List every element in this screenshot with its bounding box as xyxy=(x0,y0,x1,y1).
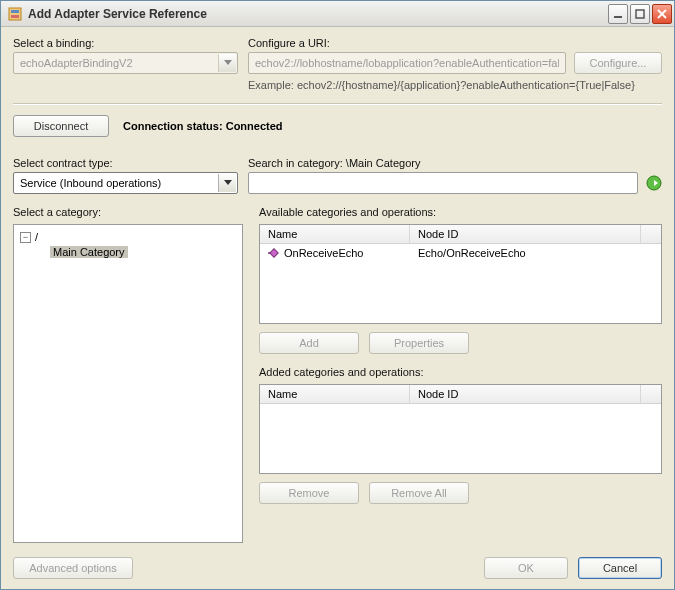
chevron-down-icon xyxy=(218,174,236,192)
disconnect-button[interactable]: Disconnect xyxy=(13,115,109,137)
available-buttons: Add Properties xyxy=(259,332,662,354)
search-label: Search in category: \Main Category xyxy=(248,157,662,169)
advanced-button[interactable]: Advanced options xyxy=(13,557,133,579)
mid-grid: Select a category: − / Main Category Ava… xyxy=(13,206,662,543)
contract-value: Service (Inbound operations) xyxy=(20,177,161,189)
remove-button[interactable]: Remove xyxy=(259,482,359,504)
available-label: Available categories and operations: xyxy=(259,206,662,218)
connection-row: Disconnect Connection status: Connected xyxy=(13,115,662,137)
operation-icon xyxy=(268,247,280,259)
connection-status: Connection status: Connected xyxy=(123,120,283,132)
tree-root-label: / xyxy=(35,231,38,243)
svg-rect-0 xyxy=(9,8,21,20)
window-buttons xyxy=(608,4,672,24)
cancel-button[interactable]: Cancel xyxy=(578,557,662,579)
titlebar: Add Adapter Service Reference xyxy=(1,1,674,27)
remove-all-button[interactable]: Remove All xyxy=(369,482,469,504)
configure-button[interactable]: Configure... xyxy=(574,52,662,74)
binding-combo[interactable]: echoAdapterBindingV2 xyxy=(13,52,238,74)
svg-rect-3 xyxy=(614,16,622,18)
added-label: Added categories and operations: xyxy=(259,366,662,378)
minimize-button[interactable] xyxy=(608,4,628,24)
connection-status-value: Connected xyxy=(226,120,283,132)
col-name[interactable]: Name xyxy=(260,225,410,243)
row-name: OnReceiveEcho xyxy=(284,247,364,259)
window: Add Adapter Service Reference Select a b… xyxy=(0,0,675,590)
row-nodeid: Echo/OnReceiveEcho xyxy=(410,244,661,262)
uri-example: Example: echov2://{hostname}/{applicatio… xyxy=(248,79,662,91)
bottom-row: Advanced options OK Cancel xyxy=(13,557,662,579)
maximize-button[interactable] xyxy=(630,4,650,24)
window-title: Add Adapter Service Reference xyxy=(28,7,608,21)
tree-selected-label: Main Category xyxy=(50,246,128,258)
operations-section: Available categories and operations: Nam… xyxy=(259,206,662,543)
ok-button[interactable]: OK xyxy=(484,557,568,579)
col-spacer xyxy=(641,225,661,243)
tree-toggle-icon[interactable]: − xyxy=(20,232,31,243)
binding-section: Select a binding: echoAdapterBindingV2 xyxy=(13,37,238,91)
divider xyxy=(13,103,662,105)
col-spacer xyxy=(641,385,661,403)
search-input[interactable] xyxy=(248,172,638,194)
tree-child[interactable]: Main Category xyxy=(50,246,236,258)
uri-label: Configure a URI: xyxy=(248,37,662,49)
category-section: Select a category: − / Main Category xyxy=(13,206,243,543)
svg-rect-2 xyxy=(11,15,19,18)
binding-label: Select a binding: xyxy=(13,37,238,49)
add-button[interactable]: Add xyxy=(259,332,359,354)
client-area: Select a binding: echoAdapterBindingV2 C… xyxy=(1,27,674,589)
tree-root[interactable]: − / xyxy=(20,231,236,243)
contract-combo[interactable]: Service (Inbound operations) xyxy=(13,172,238,194)
contract-section: Select contract type: Service (Inbound o… xyxy=(13,157,238,194)
category-label: Select a category: xyxy=(13,206,243,218)
list-item[interactable]: OnReceiveEcho Echo/OnReceiveEcho xyxy=(260,244,661,262)
added-header: Name Node ID xyxy=(260,385,661,404)
properties-button[interactable]: Properties xyxy=(369,332,469,354)
close-button[interactable] xyxy=(652,4,672,24)
binding-value: echoAdapterBindingV2 xyxy=(20,57,133,69)
svg-rect-4 xyxy=(636,10,644,18)
available-list[interactable]: Name Node ID OnReceiveEc xyxy=(259,224,662,324)
chevron-down-icon xyxy=(218,54,236,72)
top-grid: Select a binding: echoAdapterBindingV2 C… xyxy=(13,37,662,91)
connection-status-label: Connection status: xyxy=(123,120,223,132)
added-buttons: Remove Remove All xyxy=(259,482,662,504)
uri-input[interactable] xyxy=(248,52,566,74)
search-section: Search in category: \Main Category xyxy=(248,157,662,194)
category-tree[interactable]: − / Main Category xyxy=(13,224,243,543)
contract-label: Select contract type: xyxy=(13,157,238,169)
added-list[interactable]: Name Node ID xyxy=(259,384,662,474)
uri-section: Configure a URI: Configure... Example: e… xyxy=(248,37,662,91)
go-icon[interactable] xyxy=(646,175,662,191)
col-name[interactable]: Name xyxy=(260,385,410,403)
app-icon xyxy=(7,6,23,22)
col-nodeid[interactable]: Node ID xyxy=(410,385,641,403)
available-header: Name Node ID xyxy=(260,225,661,244)
svg-rect-1 xyxy=(11,10,19,13)
col-nodeid[interactable]: Node ID xyxy=(410,225,641,243)
contract-search-row: Select contract type: Service (Inbound o… xyxy=(13,157,662,194)
svg-rect-6 xyxy=(270,249,278,257)
